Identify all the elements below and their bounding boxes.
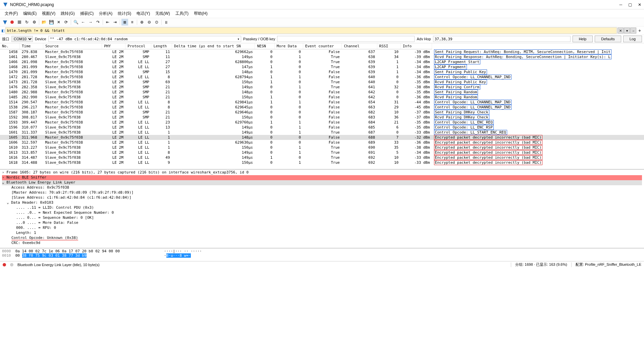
expert-info-icon[interactable] xyxy=(3,263,6,266)
save-file-icon[interactable]: 💾 xyxy=(48,19,55,26)
interface-select[interactable]: COM10 xyxy=(11,36,33,42)
passkey-input[interactable] xyxy=(277,36,415,42)
status-right[interactable]: 配置: Profile_nRF_Sniffer_Bluetooth_LE xyxy=(576,262,641,267)
detail-slave[interactable]: [Slave Address: c1:f6:ad:42:0d:84 (c1:f6… xyxy=(2,195,642,200)
auto-scroll-icon[interactable]: ≣ xyxy=(121,19,128,26)
detail-llid[interactable]: .... ..11 = LLID: Control PDU (0x3) xyxy=(2,205,642,210)
colorize-icon[interactable]: ≡ xyxy=(129,19,136,26)
table-row[interactable]: 1461280.467Slave_0x9c75f038LE 2MSMP11149… xyxy=(0,54,644,59)
main-toolbar: ↻ ⚙ 📂 💾 ✕ ⟳ 🔍 ← → ↷ ⇤ ⇥ ≣ ≡ ⊕ ⊖ ⊙ ⫼ xyxy=(0,18,644,27)
defaults-button[interactable]: Defaults xyxy=(595,36,621,42)
table-row[interactable]: 1587308.187Master_0x9c75f038LE 2MSMP2162… xyxy=(0,110,644,115)
go-back-icon[interactable]: ← xyxy=(80,19,87,26)
detail-length[interactable]: Length: 1 xyxy=(2,231,642,236)
menu-item[interactable]: 分析(A) xyxy=(97,10,114,17)
table-row[interactable]: 1473281.728Slave_0x9c75f038LE 2MSMP69150… xyxy=(0,80,644,85)
detail-datahdr[interactable]: Data Header: 0x0103 xyxy=(2,200,642,205)
detail-nordic[interactable]: Nordic BLE Sniffer xyxy=(2,175,642,180)
table-row[interactable]: 1458279.838Master_0x9c75f038LE 2MSMP1162… xyxy=(0,49,644,54)
zoom-in-icon[interactable]: ⊕ xyxy=(139,19,145,26)
svg-rect-1 xyxy=(18,20,21,24)
find-icon[interactable]: 🔍 xyxy=(72,19,79,26)
go-first-icon[interactable]: ⇤ xyxy=(104,19,111,26)
menu-item[interactable]: 捕获(C) xyxy=(78,10,96,17)
table-row[interactable]: 1485282.990Slave_0x9c75f038LE 2MSMP21150… xyxy=(0,95,644,100)
stop-capture-icon[interactable] xyxy=(9,19,15,26)
detail-frame[interactable]: Frame 1605: 27 bytes on wire (216 bits),… xyxy=(2,170,642,175)
resize-columns-icon[interactable]: ⫼ xyxy=(163,19,170,26)
filter-clear-icon[interactable]: ✕ xyxy=(618,28,624,34)
table-row[interactable]: 1613313.857Slave_0x9c75f038LE 2MLE LL814… xyxy=(0,150,644,155)
menu-item[interactable]: 视图(V) xyxy=(40,10,57,17)
display-filter-input[interactable] xyxy=(5,27,617,34)
capture-options-icon[interactable]: ↻ xyxy=(23,19,30,26)
table-row[interactable]: 1601311.337Slave_0x9c75f038LE 2MLE LL114… xyxy=(0,130,644,135)
detail-rfu[interactable]: 000. .... = RFU: 0 xyxy=(2,226,642,231)
hex-selection[interactable]: 38 f0 75 9c 03 01 38 77 3d b9 xyxy=(22,253,87,258)
zoom-reset-icon[interactable]: ⊙ xyxy=(153,19,160,26)
table-row[interactable]: 1606312.597Master_0x9c75f038LE 2MLE LL16… xyxy=(0,140,644,145)
restart-capture-icon[interactable] xyxy=(16,19,23,26)
detail-master[interactable]: [Master Address: 70:a9:2f:f9:d8:09 (70:a… xyxy=(2,190,642,195)
packet-list-pane[interactable]: No.TimeSourcePHYProtocolLengthDelta time… xyxy=(0,43,644,169)
window-title: NORDIC_HRM0.pcapng xyxy=(10,2,619,7)
detail-ctrl[interactable]: Control Opcode: Unknown (0x38) xyxy=(2,236,642,241)
start-capture-icon[interactable] xyxy=(1,19,8,26)
capture-info-icon[interactable] xyxy=(10,263,13,266)
detail-ble[interactable]: Bluetooth Low Energy Link Layer xyxy=(2,180,642,185)
bookmark-icon[interactable]: ◧ xyxy=(1,29,5,33)
table-row[interactable]: 1476282.358Slave_0x9c75f038LE 2MSMP21149… xyxy=(0,85,644,90)
filter-apply-icon[interactable]: → xyxy=(630,28,636,34)
menu-item[interactable]: 统计(S) xyxy=(116,10,133,17)
menu-item[interactable]: 工具(T) xyxy=(173,10,191,17)
menu-item[interactable]: 电话(Y) xyxy=(135,10,152,17)
close-file-icon[interactable]: ✕ xyxy=(55,19,62,26)
help-button[interactable]: Help xyxy=(573,36,593,42)
device-label: Device xyxy=(35,37,46,41)
log-button[interactable]: Log xyxy=(623,36,642,42)
table-row[interactable]: 1480282.988Master_0x9c75f038LE 2MSMP2114… xyxy=(0,90,644,95)
hex-pane[interactable]: 0000 0a 14 00 02 7c 1e 06 0a 17 07 20 b0… xyxy=(0,248,644,261)
table-row[interactable]: 1593309.447Master_0x9c75f038LE 2MLE LL23… xyxy=(0,120,644,125)
status-mid: 分组: 1698 · 已显示: 163 (9.6%) xyxy=(515,262,567,267)
app-icon xyxy=(3,2,8,7)
table-row[interactable]: 1605311.968Master_0x9c75f038LE 2MLE LL11… xyxy=(0,135,644,140)
menu-item[interactable]: 无线(W) xyxy=(153,10,172,17)
go-last-icon[interactable]: ⇥ xyxy=(112,19,118,26)
detail-more[interactable]: ...0 .... = More Data: False xyxy=(2,220,642,226)
detail-nesn[interactable]: .... .0.. = Next Expected Sequence Numbe… xyxy=(2,210,642,215)
table-row[interactable]: 1538296.217Master_0x9c75f038LE 2MLE LL86… xyxy=(0,105,644,110)
table-row[interactable]: 1470281.099Master_0x9c75f038LE 2MSMP1514… xyxy=(0,69,644,74)
filter-add-icon[interactable]: + xyxy=(637,28,643,34)
table-row[interactable]: 1514290.547Master_0x9c75f038LE 2MLE LL86… xyxy=(0,100,644,105)
table-row[interactable]: 1596310.077Slave_0x9c75f038LE 2MLE LL131… xyxy=(0,125,644,130)
device-select[interactable]: "" -47 dBm c1:f6:ad:42:0d:84 random▾ xyxy=(48,36,241,42)
menu-item[interactable]: 帮助(H) xyxy=(192,10,210,17)
table-row[interactable]: 1472281.728Master_0x9c75f038LE 2MLE LL86… xyxy=(0,74,644,80)
table-row[interactable]: 1616314.487Slave_0x9c75f038LE 2MLE LL491… xyxy=(0,155,644,160)
detail-access[interactable]: Access Address: 0x9c75f038 xyxy=(2,185,642,190)
menu-item[interactable]: 文件(F) xyxy=(3,10,20,17)
menu-item[interactable]: 编辑(E) xyxy=(21,10,39,17)
table-row[interactable]: 1618314.488Slave_0x9c75f038LE 2MLE LL915… xyxy=(0,160,644,165)
table-row[interactable]: 1468281.099Master_0x9c75f038LE 2MLE LL27… xyxy=(0,64,644,69)
close-button[interactable]: ✕ xyxy=(638,2,641,7)
open-file-icon[interactable]: 📂 xyxy=(41,19,47,26)
packet-list-header[interactable]: No.TimeSourcePHYProtocolLengthDelta time… xyxy=(0,43,644,49)
detail-crc[interactable]: CRC: 0xeebc9d xyxy=(2,241,642,246)
advhop-input[interactable] xyxy=(433,36,571,42)
zoom-out-icon[interactable]: ⊖ xyxy=(146,19,153,26)
table-row[interactable]: 1466281.098Master_0x9c75f038LE 2MLE LL27… xyxy=(0,59,644,64)
maximize-button[interactable]: ▢ xyxy=(628,2,632,7)
detail-sn[interactable]: .... 0... = Sequence Number: 0 [OK] xyxy=(2,215,642,220)
table-row[interactable]: 1610313.227Slave_0x9c75f038LE 2MLE LL115… xyxy=(0,145,644,150)
reload-icon[interactable]: ⟳ xyxy=(63,19,69,26)
go-forward-icon[interactable]: → xyxy=(87,19,94,26)
go-to-packet-icon[interactable]: ↷ xyxy=(95,19,101,26)
filter-recent-icon[interactable]: ▾ xyxy=(624,28,630,34)
packet-detail-pane[interactable]: Frame 1605: 27 bytes on wire (216 bits),… xyxy=(0,169,644,248)
capture-filter-icon[interactable]: ⚙ xyxy=(31,19,38,26)
minimize-button[interactable]: ─ xyxy=(619,2,622,7)
table-row[interactable]: 1592308.817Slave_0x9c75f038LE 2MSMP21150… xyxy=(0,115,644,120)
menu-item[interactable]: 跳转(G) xyxy=(59,10,76,17)
